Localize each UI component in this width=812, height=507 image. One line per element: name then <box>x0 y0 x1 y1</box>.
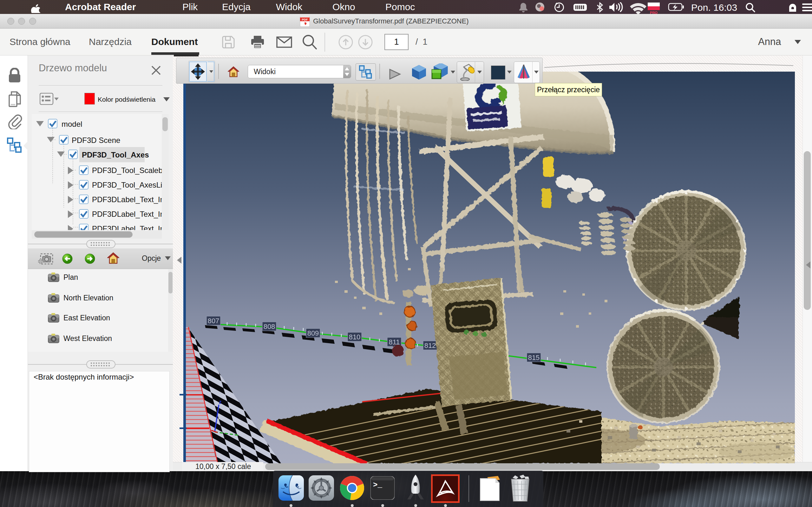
svg-text:815: 815 <box>528 354 540 361</box>
svg-text:z: z <box>219 399 222 405</box>
svg-text:812: 812 <box>424 342 436 349</box>
svg-text:Pon. 16:03: Pon. 16:03 <box>691 2 737 13</box>
svg-text:PDF: PDF <box>302 18 308 21</box>
svg-text:PRO: PRO <box>650 11 658 14</box>
svg-text:809: 809 <box>307 329 319 337</box>
svg-text:PDF3D_Tool_AxesLine: PDF3D_Tool_AxesLine <box>92 181 162 189</box>
svg-text:PDF3D_Tool_Scalebar: PDF3D_Tool_Scalebar <box>92 166 162 175</box>
svg-text:PDF3D Scene: PDF3D Scene <box>72 136 120 145</box>
svg-text:model: model <box>61 120 82 128</box>
svg-text:>_: >_ <box>373 481 382 489</box>
svg-text:807: 807 <box>208 317 219 325</box>
svg-text:808: 808 <box>264 323 275 331</box>
svg-text:PDF3DLabel_Text_Inst: PDF3DLabel_Text_Inst <box>92 224 162 230</box>
svg-text:PDF3DLabel_Text_Inst: PDF3DLabel_Text_Inst <box>92 195 162 204</box>
svg-text:PDF3D_Tool_Axes: PDF3D_Tool_Axes <box>82 151 149 159</box>
svg-text:PDF3DLabel_Text_Inst: PDF3DLabel_Text_Inst <box>92 210 162 218</box>
svg-text:810: 810 <box>349 333 361 341</box>
